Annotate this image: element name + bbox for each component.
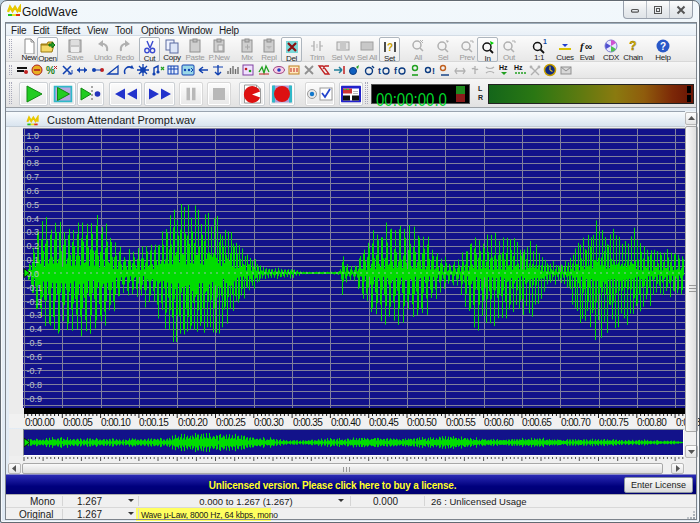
svg-text:?: ? [629,39,636,53]
svg-text:0.1: 0.1 [27,255,40,265]
svg-text:∞: ∞ [585,41,592,52]
svg-text:-0.9: -0.9 [27,394,43,404]
svg-text:Hz: Hz [499,64,508,71]
svg-text:0.7: 0.7 [27,172,40,182]
svg-text:-0.2: -0.2 [27,297,43,307]
svg-text:0.6: 0.6 [27,186,40,196]
svg-text:0.3: 0.3 [27,227,40,237]
svg-text:0.4: 0.4 [27,214,40,224]
svg-text:0.2: 0.2 [27,241,40,251]
svg-text:1.0: 1.0 [27,131,40,141]
svg-text:%: % [46,65,55,76]
svg-text:-0.7: -0.7 [27,366,43,376]
svg-text:-0.8: -0.8 [27,380,43,390]
svg-text:f: f [394,66,398,76]
svg-text:-0.4: -0.4 [27,324,43,334]
svg-text:0.9: 0.9 [27,144,40,154]
svg-text:-0.3: -0.3 [27,310,43,320]
svg-text:?: ? [660,41,666,52]
svg-text:0.5: 0.5 [27,200,40,210]
svg-text:0.8: 0.8 [27,158,40,168]
svg-text:!: ! [432,66,435,76]
svg-text:1: 1 [543,38,547,45]
svg-text:-0.5: -0.5 [27,338,43,348]
svg-text:-0.1: -0.1 [27,283,43,293]
svg-text:?: ? [386,42,392,53]
svg-text:-0.6: -0.6 [27,352,43,362]
svg-text:t: t [378,66,381,76]
svg-text:Hz: Hz [514,64,523,71]
